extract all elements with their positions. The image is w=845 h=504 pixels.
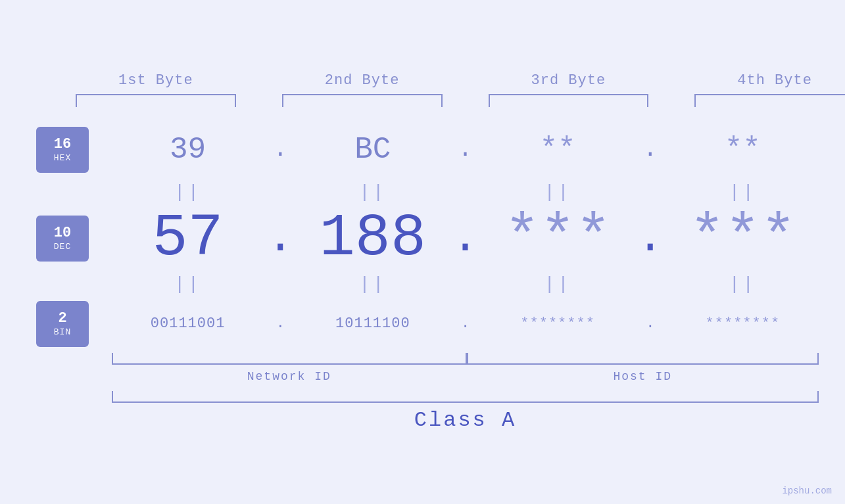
byte4-header: 4th Byte xyxy=(688,72,845,89)
host-bracket-line xyxy=(467,353,819,365)
bin-dot2: . xyxy=(449,315,482,332)
dec-row: 57 . 188 . *** . *** xyxy=(112,206,819,271)
dec-badge-label: DEC xyxy=(54,242,71,252)
class-a-row: Class A xyxy=(26,391,819,432)
bin-byte3-cell: ******** xyxy=(482,315,634,332)
footer-text: ipshu.com xyxy=(782,486,832,496)
bin-byte3-value: ******** xyxy=(520,315,595,332)
dec-byte2-cell: 188 xyxy=(297,209,448,268)
eq1-cell1: || xyxy=(112,182,264,202)
bin-byte2-cell: 10111100 xyxy=(297,315,448,332)
eq2-cell3: || xyxy=(482,274,634,294)
eq1-sign2: || xyxy=(359,182,387,202)
eq1-cell4: || xyxy=(667,182,819,202)
bracket-top-4 xyxy=(694,94,845,107)
eq2-cell4: || xyxy=(667,274,819,294)
top-brackets xyxy=(69,94,845,107)
hex-row: 39 . BC . ** . ** xyxy=(112,120,819,179)
content-area: 16 HEX 10 DEC 2 BIN xyxy=(26,120,819,350)
bin-dot1: . xyxy=(264,315,297,332)
bin-byte1-cell: 00111001 xyxy=(112,315,264,332)
network-id-section: Network ID xyxy=(112,353,467,383)
class-a-label: Class A xyxy=(414,408,516,432)
bin-badge-label: BIN xyxy=(54,327,71,337)
dec-byte4-value: *** xyxy=(689,209,796,268)
eq2-cell1: || xyxy=(112,274,264,294)
dec-byte3-value: *** xyxy=(504,209,611,268)
footer: ipshu.com xyxy=(782,486,832,496)
eq1-sign1: || xyxy=(174,182,202,202)
byte-headers: 1st Byte 2nd Byte 3rd Byte 4th Byte xyxy=(69,72,845,89)
hex-byte2-cell: BC xyxy=(297,133,448,167)
hex-dot1-symbol: . xyxy=(273,136,287,163)
bin-dot2-symbol: . xyxy=(461,315,470,332)
bin-row: 00111001 . 10111100 . ******** . xyxy=(112,298,819,350)
dec-dot1: . xyxy=(264,212,297,264)
bin-byte1-value: 00111001 xyxy=(151,315,226,332)
rows-container: 39 . BC . ** . ** xyxy=(112,120,819,350)
bin-byte4-cell: ******** xyxy=(667,315,819,332)
dec-badge: 10 DEC xyxy=(36,216,89,262)
eq-row-2: || || || || xyxy=(112,271,819,298)
bracket-top-2 xyxy=(282,94,443,107)
eq2-sign1: || xyxy=(174,274,202,294)
dec-byte1-cell: 57 xyxy=(112,209,264,268)
hex-byte1-value: 39 xyxy=(170,133,206,167)
hex-dot3-symbol: . xyxy=(643,136,658,163)
eq2-cell2: || xyxy=(297,274,448,294)
bin-dot1-symbol: . xyxy=(276,315,285,332)
hex-byte1-cell: 39 xyxy=(112,133,264,167)
eq2-sign3: || xyxy=(544,274,571,294)
badges-column: 16 HEX 10 DEC 2 BIN xyxy=(26,120,99,350)
eq1-cell3: || xyxy=(482,182,634,202)
dec-dot1-symbol: . xyxy=(266,212,294,264)
network-id-label: Network ID xyxy=(247,370,331,383)
host-id-label: Host ID xyxy=(613,370,672,383)
dec-dot3-symbol: . xyxy=(637,212,664,264)
bin-badge: 2 BIN xyxy=(36,301,89,347)
bin-dot3-symbol: . xyxy=(646,315,654,332)
eq1-sign4: || xyxy=(729,182,757,202)
dec-byte4-cell: *** xyxy=(667,209,819,268)
hex-dot3: . xyxy=(634,136,667,163)
eq2-sign2: || xyxy=(359,274,387,294)
eq1-cell2: || xyxy=(297,182,448,202)
bottom-section: Network ID Host ID Class A xyxy=(26,350,819,432)
class-a-label-container: Class A xyxy=(112,408,819,432)
hex-dot1: . xyxy=(264,136,297,163)
byte3-header: 3rd Byte xyxy=(482,72,656,89)
hex-byte4-value: ** xyxy=(725,133,761,167)
eq1-sign3: || xyxy=(544,182,571,202)
class-a-bracket xyxy=(112,391,819,403)
eq-row-1: || || || || xyxy=(112,179,819,206)
hex-badge: 16 HEX xyxy=(36,127,89,173)
hex-badge-num: 16 xyxy=(54,136,71,153)
bin-dot3: . xyxy=(634,315,667,332)
byte2-header: 2nd Byte xyxy=(276,72,449,89)
hex-dot2-symbol: . xyxy=(458,136,473,163)
hex-dot2: . xyxy=(449,136,482,163)
host-id-section: Host ID xyxy=(467,353,819,383)
byte1-header: 1st Byte xyxy=(69,72,243,89)
bin-badge-num: 2 xyxy=(58,310,66,327)
network-bracket-line xyxy=(112,353,467,365)
dec-byte2-value: 188 xyxy=(320,209,426,268)
hex-badge-label: HEX xyxy=(54,153,71,163)
dec-dot3: . xyxy=(634,212,667,264)
bin-byte4-value: ******** xyxy=(706,315,781,332)
dec-byte3-cell: *** xyxy=(482,209,634,268)
dec-badge-num: 10 xyxy=(54,225,71,242)
dec-dot2: . xyxy=(449,212,482,264)
hex-byte3-value: ** xyxy=(540,133,576,167)
hex-byte2-value: BC xyxy=(354,133,391,167)
hex-byte4-cell: ** xyxy=(667,133,819,167)
main-container: 1st Byte 2nd Byte 3rd Byte 4th Byte 16 H… xyxy=(0,0,845,504)
hex-byte3-cell: ** xyxy=(482,133,634,167)
bottom-labels-row: Network ID Host ID xyxy=(26,353,819,383)
dec-dot2-symbol: . xyxy=(451,212,479,264)
bracket-top-1 xyxy=(76,94,236,107)
bin-byte2-value: 10111100 xyxy=(335,315,410,332)
eq2-sign4: || xyxy=(729,274,757,294)
dec-byte1-value: 57 xyxy=(153,209,224,268)
bracket-top-3 xyxy=(489,94,649,107)
